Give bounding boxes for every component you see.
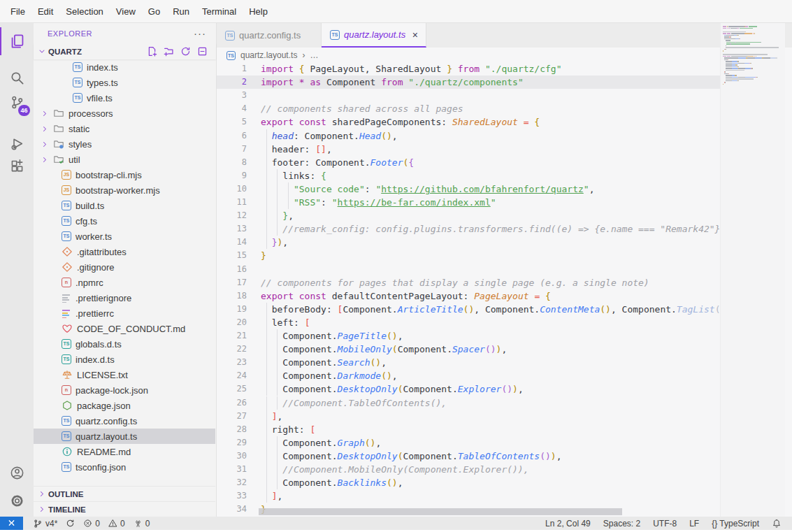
horizontal-scrollbar-thumb[interactable] bbox=[259, 508, 622, 515]
code-editor[interactable]: 1import { PageLayout, SharedLayout } fro… bbox=[217, 62, 792, 517]
code-line-33[interactable]: ], bbox=[261, 489, 720, 503]
activity-extensions[interactable] bbox=[0, 152, 34, 180]
new-file-icon[interactable] bbox=[147, 46, 157, 57]
tab-quartz.layout.ts[interactable]: TSquartz.layout.ts × bbox=[322, 23, 426, 48]
tree-item-index-ts[interactable]: TSindex.ts bbox=[34, 59, 215, 75]
code-line-28[interactable]: right: [ bbox=[261, 423, 720, 436]
code-line-14[interactable]: }), bbox=[261, 236, 720, 249]
menu-file[interactable]: File bbox=[4, 0, 31, 23]
tree-item-cfg-ts[interactable]: TScfg.ts bbox=[34, 213, 215, 229]
tree-item-vfile-ts[interactable]: TSvfile.ts bbox=[34, 90, 215, 106]
code-line-17[interactable]: // components for pages that display a s… bbox=[261, 276, 720, 289]
code-line-12[interactable]: }, bbox=[261, 209, 720, 222]
code-line-15[interactable]: } bbox=[261, 249, 720, 262]
menu-go[interactable]: Go bbox=[142, 0, 166, 23]
tree-item-util[interactable]: util bbox=[34, 152, 215, 167]
status-ln-2-col-49[interactable]: Ln 2, Col 49 bbox=[542, 519, 594, 529]
code-line-16[interactable] bbox=[261, 263, 720, 276]
tree-item-readme-md[interactable]: README.md bbox=[34, 444, 215, 459]
menu-selection[interactable]: Selection bbox=[59, 0, 109, 23]
tab-quartz.config.ts[interactable]: TSquartz.config.ts bbox=[217, 23, 322, 48]
code-line-9[interactable]: links: { bbox=[261, 169, 720, 182]
code-line-27[interactable]: ], bbox=[261, 410, 720, 423]
breadcrumb-file[interactable]: quartz.layout.ts bbox=[240, 50, 297, 60]
status-error[interactable]: 0 bbox=[79, 519, 104, 529]
menu-edit[interactable]: Edit bbox=[31, 0, 59, 23]
folder-section-header[interactable]: QUARTZ bbox=[34, 43, 216, 59]
collapse-all-icon[interactable] bbox=[197, 46, 208, 57]
status-spaces-2[interactable]: Spaces: 2 bbox=[600, 519, 644, 529]
tree-item-build-ts[interactable]: TSbuild.ts bbox=[34, 198, 215, 213]
tree-item--gitattributes[interactable]: .gitattributes bbox=[34, 244, 215, 259]
new-folder-icon[interactable] bbox=[164, 46, 174, 57]
code-line-1[interactable]: import { PageLayout, SharedLayout } from… bbox=[261, 62, 720, 76]
tree-item--gitignore[interactable]: .gitignore bbox=[34, 259, 215, 275]
code-line-13[interactable]: //remark_config: config.plugins.transfor… bbox=[261, 222, 720, 236]
menu-terminal[interactable]: Terminal bbox=[196, 0, 243, 23]
code-line-29[interactable]: Component.Graph(), bbox=[261, 436, 720, 450]
refresh-icon[interactable] bbox=[180, 46, 191, 57]
tree-item-quartz-config-ts[interactable]: TSquartz.config.ts bbox=[34, 413, 215, 429]
code-line-6[interactable]: head: Component.Head(), bbox=[261, 129, 720, 143]
tree-item--prettierrc[interactable]: .prettierrc bbox=[34, 305, 215, 321]
activity-account[interactable] bbox=[0, 459, 34, 487]
menu-view[interactable]: View bbox=[110, 0, 142, 23]
close-icon[interactable]: × bbox=[410, 29, 420, 41]
code-line-26[interactable]: //Component.TableOfContents(), bbox=[261, 396, 720, 410]
tree-item-styles[interactable]: styles bbox=[34, 136, 215, 152]
minimap[interactable] bbox=[720, 23, 785, 517]
code-line-24[interactable]: Component.Darkmode(), bbox=[261, 369, 720, 382]
status-warning[interactable]: 0 bbox=[104, 519, 129, 529]
sidebar-more-actions-icon[interactable]: ··· bbox=[194, 30, 206, 37]
tree-item-bootstrap-worker-mjs[interactable]: JSbootstrap-worker.mjs bbox=[34, 182, 215, 198]
status-lf[interactable]: LF bbox=[686, 519, 703, 529]
code-line-23[interactable]: Component.Search(), bbox=[261, 356, 720, 369]
code-line-10[interactable]: "Source code": "https://github.com/bfahr… bbox=[261, 182, 720, 196]
status--typescript[interactable]: {} TypeScript bbox=[708, 519, 763, 529]
status-radio-tower[interactable]: 0 bbox=[129, 519, 154, 529]
code-line-8[interactable]: footer: Component.Footer({ bbox=[261, 156, 720, 169]
activity-explorer[interactable] bbox=[0, 27, 34, 55]
tree-item-license-txt[interactable]: LICENSE.txt bbox=[34, 367, 215, 382]
tree-item--npmrc[interactable]: n.npmrc bbox=[34, 275, 215, 290]
code-line-31[interactable]: //Component.MobileOnly(Component.Explore… bbox=[261, 463, 720, 476]
code-line-30[interactable]: Component.DesktopOnly(Component.TableOfC… bbox=[261, 450, 720, 463]
code-line-21[interactable]: Component.PageTitle(), bbox=[261, 329, 720, 343]
tree-item-static[interactable]: static bbox=[34, 121, 215, 136]
menu-run[interactable]: Run bbox=[166, 0, 196, 23]
code-line-32[interactable]: Component.Backlinks(), bbox=[261, 476, 720, 489]
code-line-18[interactable]: export const defaultContentPageLayout: P… bbox=[261, 289, 720, 303]
code-line-20[interactable]: left: [ bbox=[261, 316, 720, 329]
code-line-19[interactable]: beforeBody: [Component.ArticleTitle(), C… bbox=[261, 303, 720, 316]
code-line-25[interactable]: Component.DesktopOnly(Component.Explorer… bbox=[261, 382, 720, 396]
section-timeline[interactable]: TIMELINE bbox=[34, 501, 215, 517]
tree-item-package-json[interactable]: package.json bbox=[34, 398, 215, 413]
breadcrumb[interactable]: TS quartz.layout.ts › … bbox=[217, 48, 792, 62]
activity-source-control[interactable]: 46 bbox=[0, 88, 34, 116]
code-line-2[interactable]: import * as Component from "./quartz/com… bbox=[261, 76, 720, 89]
tree-item-tsconfig-json[interactable]: TStsconfig.json bbox=[34, 459, 215, 475]
tree-item-bootstrap-cli-mjs[interactable]: JSbootstrap-cli.mjs bbox=[34, 167, 215, 182]
tree-item-package-lock-json[interactable]: npackage-lock.json bbox=[34, 382, 215, 398]
code-line-3[interactable] bbox=[261, 89, 720, 102]
code-line-7[interactable]: header: [], bbox=[261, 143, 720, 156]
code-line-5[interactable]: export const sharedPageComponents: Share… bbox=[261, 115, 720, 129]
tree-item-index-d-ts[interactable]: TSindex.d.ts bbox=[34, 352, 215, 367]
status-branch[interactable]: v4* bbox=[29, 519, 62, 529]
breadcrumb-more[interactable]: … bbox=[310, 50, 318, 60]
activity-search[interactable] bbox=[0, 64, 34, 92]
status-bell[interactable] bbox=[768, 519, 785, 529]
remote-indicator[interactable] bbox=[0, 517, 23, 530]
tree-item-quartz-layout-ts[interactable]: TSquartz.layout.ts bbox=[34, 429, 215, 444]
activity-settings[interactable] bbox=[0, 487, 34, 515]
code-line-11[interactable]: "RSS": "https://be-far.com/index.xml" bbox=[261, 196, 720, 209]
tree-item-processors[interactable]: processors bbox=[34, 106, 215, 121]
status-sync[interactable] bbox=[62, 519, 79, 528]
tree-item-types-ts[interactable]: TStypes.ts bbox=[34, 75, 215, 90]
status-utf-8[interactable]: UTF-8 bbox=[649, 519, 680, 529]
code-line-22[interactable]: Component.MobileOnly(Component.Spacer())… bbox=[261, 343, 720, 356]
tree-item--prettierignore[interactable]: .prettierignore bbox=[34, 290, 215, 305]
tree-item-worker-ts[interactable]: TSworker.ts bbox=[34, 229, 215, 244]
tree-item-code-of-conduct-md[interactable]: CODE_OF_CONDUCT.md bbox=[34, 321, 215, 336]
section-outline[interactable]: OUTLINE bbox=[34, 486, 215, 501]
